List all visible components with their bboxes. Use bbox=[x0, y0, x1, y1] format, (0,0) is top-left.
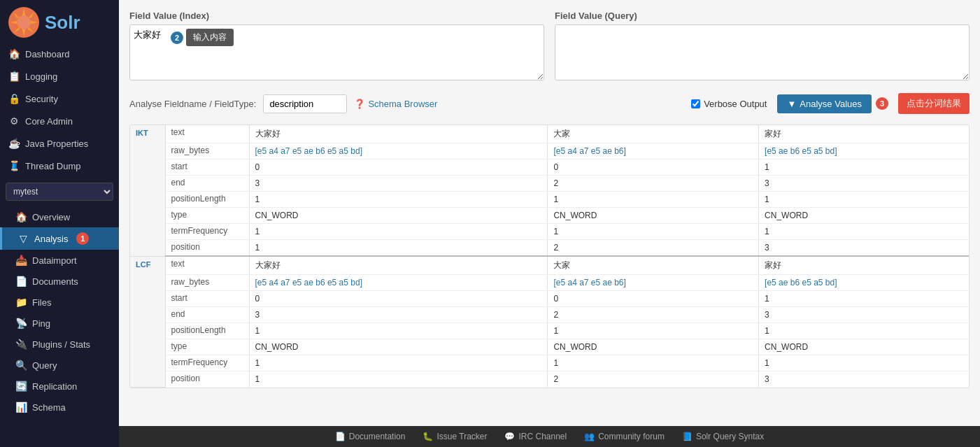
logo-area: Solr bbox=[0, 0, 119, 43]
lcf-text-token3: 家好 bbox=[759, 256, 969, 275]
lcf-position-t3: 3 bbox=[759, 371, 969, 388]
ikt-position-t3: 3 bbox=[759, 240, 969, 257]
lcf-section: LCF text 大家好 大家 家好 raw_bytes [e5 a4 a7 e… bbox=[130, 256, 969, 387]
sidebar-item-ping[interactable]: 📡 Ping bbox=[0, 313, 119, 334]
solr-logo-icon bbox=[7, 6, 41, 39]
sidebar-item-replication[interactable]: 🔄 Replication bbox=[0, 376, 119, 397]
sidebar-item-security[interactable]: 🔒 Security bbox=[0, 87, 119, 110]
logo-text: Solr bbox=[45, 12, 80, 34]
documentation-icon: 📄 bbox=[335, 432, 346, 441]
ikt-start-row: start 0 0 1 bbox=[130, 159, 969, 176]
result-button[interactable]: 点击分词结果 bbox=[898, 93, 970, 114]
schema-browser-link[interactable]: ❓ Schema Browser bbox=[354, 99, 437, 109]
solr-query-syntax-link[interactable]: 📘 Solr Query Syntax bbox=[682, 432, 764, 441]
irc-label: IRC Channel bbox=[518, 432, 567, 441]
main-nav: 🏠 Dashboard 📋 Logging 🔒 Security ⚙ Core … bbox=[0, 43, 119, 447]
ikt-rawbytes-row: raw_bytes [e5 a4 a7 e5 ae b6 e5 a5 bd] [… bbox=[130, 143, 969, 159]
lcf-text-token2: 大家 bbox=[548, 256, 759, 275]
ikt-termfrequency-row: termFrequency 1 1 1 bbox=[130, 224, 969, 240]
ikt-rawbytes-link1[interactable]: [e5 a4 a7 e5 ae b6 e5 a5 bd] bbox=[255, 146, 362, 156]
lcf-header-row: LCF text 大家好 大家 家好 bbox=[130, 256, 969, 275]
analyse-badge: 3 bbox=[876, 97, 888, 110]
issue-tracker-link[interactable]: 🐛 Issue Tracker bbox=[422, 432, 487, 441]
sidebar-item-overview[interactable]: 🏠 Overview bbox=[0, 206, 119, 227]
ikt-text-token1: 大家好 bbox=[249, 125, 548, 143]
lcf-text-token1: 大家好 bbox=[249, 256, 548, 275]
sidebar-item-logging[interactable]: 📋 Logging bbox=[0, 65, 119, 87]
logging-icon: 📋 bbox=[8, 71, 20, 82]
plugins-icon: 🔌 bbox=[15, 339, 27, 350]
lcf-label[interactable]: LCF bbox=[136, 260, 150, 269]
analyse-row: Analyse Fieldname / FieldType: descripti… bbox=[129, 93, 970, 114]
ikt-termfreq-label: termFrequency bbox=[165, 224, 249, 240]
input-content-button[interactable]: 输入内容 bbox=[186, 29, 234, 46]
sidebar-item-query[interactable]: 🔍 Query bbox=[0, 355, 119, 376]
irc-channel-link[interactable]: 💬 IRC Channel bbox=[504, 432, 567, 441]
sidebar-item-analysis[interactable]: ▽ Analysis 1 bbox=[0, 227, 119, 250]
ikt-text-token3: 家好 bbox=[759, 125, 969, 143]
lcf-start-t2: 0 bbox=[548, 291, 759, 307]
field-value-query-input[interactable] bbox=[555, 24, 970, 80]
sidebar-item-dashboard[interactable]: 🏠 Dashboard bbox=[0, 43, 119, 65]
sidebar-item-plugins-stats[interactable]: 🔌 Plugins / Stats bbox=[0, 334, 119, 355]
sidebar-item-label: Documents bbox=[32, 276, 78, 287]
ikt-positionlength-row: positionLength 1 1 1 bbox=[130, 192, 969, 208]
verbose-checkbox[interactable] bbox=[691, 99, 700, 108]
lcf-end-t2: 2 bbox=[548, 307, 759, 323]
ikt-start-t2: 0 bbox=[548, 159, 759, 176]
syntax-label: Solr Query Syntax bbox=[696, 432, 764, 441]
sidebar-item-schema[interactable]: 📊 Schema bbox=[0, 397, 119, 418]
sidebar-item-documents[interactable]: 📄 Documents bbox=[0, 271, 119, 292]
ikt-rawbytes-label: raw_bytes bbox=[165, 143, 249, 159]
analyse-values-button[interactable]: ▼ Analyse Values bbox=[777, 94, 872, 113]
verbose-label[interactable]: Verbose Output bbox=[691, 99, 767, 109]
sidebar-item-thread-dump[interactable]: 🧵 Thread Dump bbox=[0, 155, 119, 177]
content-area: Field Value (Index) 大家好 2 输入内容 Field Val… bbox=[119, 0, 980, 426]
ikt-rawbytes-link2[interactable]: [e5 a4 a7 e5 ae b6] bbox=[553, 146, 625, 156]
lcf-rawbytes-link3[interactable]: [e5 ae b6 e5 a5 bd] bbox=[765, 278, 837, 288]
sidebar-item-dataimport[interactable]: 📥 Dataimport bbox=[0, 250, 119, 271]
sidebar-item-core-admin[interactable]: ⚙ Core Admin bbox=[0, 110, 119, 132]
sidebar-item-label: Analysis bbox=[34, 234, 68, 244]
ikt-start-label: start bbox=[165, 159, 249, 176]
thread-icon: 🧵 bbox=[8, 160, 20, 171]
files-icon: 📁 bbox=[15, 297, 27, 308]
ikt-termfreq-t1: 1 bbox=[249, 224, 548, 240]
query-icon: 🔍 bbox=[15, 360, 27, 371]
lcf-termfreq-label: termFrequency bbox=[165, 355, 249, 371]
sidebar-item-label: Replication bbox=[32, 381, 77, 392]
documentation-label: Documentation bbox=[349, 432, 406, 441]
lcf-rawbytes-link1[interactable]: [e5 a4 a7 e5 ae b6 e5 a5 bd] bbox=[255, 278, 362, 288]
community-forum-link[interactable]: 👥 Community forum bbox=[584, 432, 665, 441]
sidebar-item-label: Java Properties bbox=[25, 139, 88, 149]
verbose-text: Verbose Output bbox=[704, 99, 767, 109]
dataimport-icon: 📥 bbox=[15, 255, 27, 266]
lcf-end-t1: 3 bbox=[249, 307, 548, 323]
sidebar-item-java-properties[interactable]: ☕ Java Properties bbox=[0, 132, 119, 155]
sidebar-item-label: Files bbox=[32, 297, 51, 308]
field-panels: Field Value (Index) 大家好 2 输入内容 Field Val… bbox=[129, 10, 970, 83]
lcf-type-t2: CN_WORD bbox=[548, 339, 759, 355]
lcf-position-label: position bbox=[165, 371, 249, 388]
sidebar-item-label: Security bbox=[25, 94, 58, 104]
ikt-label[interactable]: IKT bbox=[136, 129, 148, 137]
lcf-rawbytes-link2[interactable]: [e5 a4 a7 e5 ae b6] bbox=[553, 278, 625, 288]
lcf-position-t1: 1 bbox=[249, 371, 548, 388]
main-content: Field Value (Index) 大家好 2 输入内容 Field Val… bbox=[119, 0, 980, 447]
analysis-icon: ▽ bbox=[17, 233, 29, 244]
sidebar-item-label: Thread Dump bbox=[25, 161, 80, 171]
field-type-select[interactable]: description bbox=[263, 94, 347, 113]
collection-select[interactable]: mytest bbox=[6, 183, 113, 201]
analyse-label: Analyse Fieldname / FieldType: bbox=[129, 99, 256, 109]
documentation-link[interactable]: 📄 Documentation bbox=[335, 432, 406, 441]
sidebar-item-files[interactable]: 📁 Files bbox=[0, 292, 119, 313]
core-admin-icon: ⚙ bbox=[8, 115, 20, 127]
issue-tracker-icon: 🐛 bbox=[422, 432, 433, 441]
sidebar-item-label: Query bbox=[32, 360, 57, 371]
ikt-rawbytes-link3[interactable]: [e5 ae b6 e5 a5 bd] bbox=[765, 146, 837, 156]
sidebar-item-label: Dashboard bbox=[25, 49, 70, 59]
help-icon: ❓ bbox=[354, 99, 365, 109]
index-input-badge: 2 bbox=[171, 31, 183, 44]
lcf-start-t3: 1 bbox=[759, 291, 969, 307]
ikt-text-label: text bbox=[165, 125, 249, 143]
